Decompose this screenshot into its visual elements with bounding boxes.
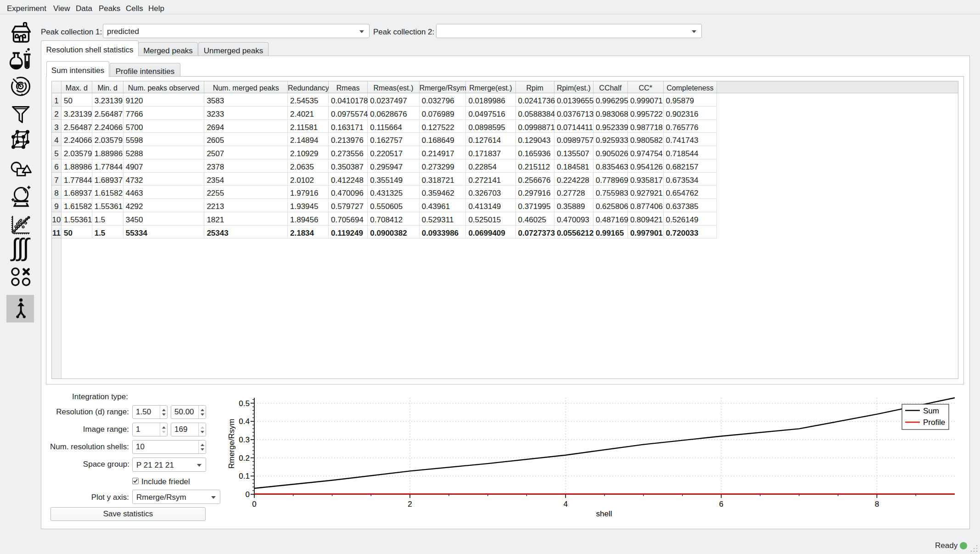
svg-text:Sum: Sum <box>923 407 939 415</box>
svg-text:Rmerge/Rsym: Rmerge/Rsym <box>227 419 236 469</box>
svg-text:0.5: 0.5 <box>239 399 250 408</box>
svg-text:6: 6 <box>719 500 723 509</box>
svg-text:0: 0 <box>246 490 250 499</box>
svg-text:4: 4 <box>563 500 567 509</box>
svg-text:0.4: 0.4 <box>239 417 250 426</box>
svg-text:0.1: 0.1 <box>239 472 250 481</box>
svg-text:8: 8 <box>875 500 879 509</box>
svg-text:Profile: Profile <box>923 418 945 427</box>
svg-text:0: 0 <box>252 500 256 509</box>
svg-text:0.3: 0.3 <box>239 435 250 444</box>
svg-text:∫: ∫ <box>21 235 31 261</box>
svg-text:shell: shell <box>596 509 612 518</box>
svg-text:2: 2 <box>408 500 412 509</box>
svg-text:0.2: 0.2 <box>239 454 250 463</box>
